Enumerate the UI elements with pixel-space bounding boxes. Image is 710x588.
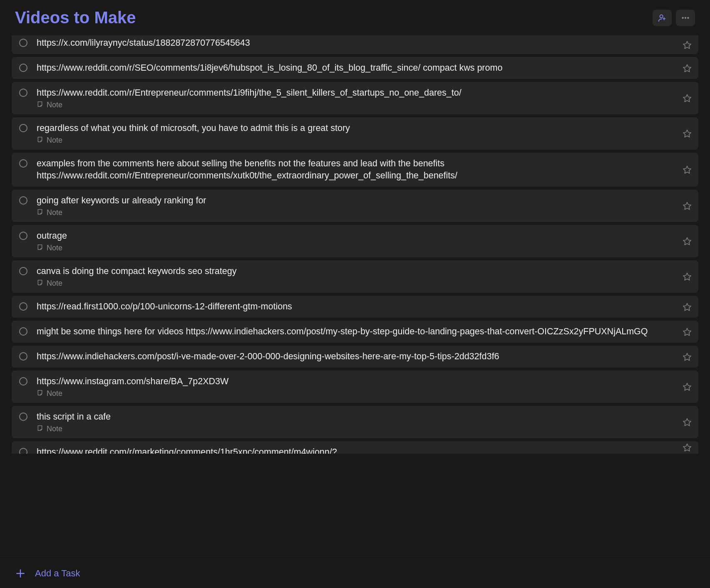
task-text: this script in a cafe (37, 411, 676, 423)
svg-marker-8 (683, 166, 691, 173)
svg-marker-10 (683, 237, 691, 245)
task-content: https://www.reddit.com/r/SEO/comments/1i… (37, 62, 691, 74)
star-button[interactable] (683, 94, 692, 103)
task-row[interactable]: https://www.reddit.com/r/marketing/comme… (12, 441, 698, 454)
task-row[interactable]: outrageNote (12, 225, 698, 257)
task-row[interactable]: might be some things here for videos htt… (12, 321, 698, 343)
task-row[interactable]: this script in a cafeNote (12, 406, 698, 438)
task-checkbox[interactable] (19, 267, 27, 275)
task-checkbox[interactable] (19, 448, 27, 454)
task-row[interactable]: https://www.reddit.com/r/SEO/comments/1i… (12, 57, 698, 79)
note-icon (37, 279, 43, 288)
star-button[interactable] (683, 443, 692, 452)
svg-point-1 (682, 17, 684, 19)
task-row[interactable]: https://x.com/lilyraynyc/status/18828728… (12, 35, 698, 54)
star-icon (683, 302, 692, 311)
add-task-bar[interactable]: Add a Task (0, 558, 710, 588)
task-checkbox[interactable] (19, 196, 27, 205)
task-checkbox[interactable] (19, 352, 27, 361)
star-button[interactable] (683, 64, 692, 73)
task-row[interactable]: https://www.indiehackers.com/post/i-ve-m… (12, 346, 698, 368)
note-label: Note (47, 136, 62, 145)
note-label: Note (47, 208, 62, 217)
more-button[interactable] (676, 10, 695, 26)
svg-marker-15 (683, 383, 691, 390)
task-note-indicator[interactable]: Note (37, 389, 676, 398)
task-content: https://www.reddit.com/r/marketing/comme… (37, 446, 691, 454)
task-content: https://www.reddit.com/r/Entrepreneur/co… (37, 87, 691, 109)
task-checkbox[interactable] (19, 377, 27, 385)
star-button[interactable] (683, 165, 692, 174)
header-actions (653, 10, 695, 26)
task-note-indicator[interactable]: Note (37, 279, 676, 288)
task-checkbox[interactable] (19, 413, 27, 421)
task-row[interactable]: https://www.reddit.com/r/Entrepreneur/co… (12, 82, 698, 114)
task-text: https://www.reddit.com/r/Entrepreneur/co… (37, 87, 676, 99)
svg-marker-17 (683, 444, 691, 451)
svg-marker-12 (683, 303, 691, 310)
star-button[interactable] (683, 40, 692, 49)
star-icon (683, 418, 692, 427)
task-note-indicator[interactable]: Note (37, 208, 676, 217)
star-button[interactable] (683, 272, 692, 281)
star-button[interactable] (683, 302, 692, 311)
note-icon (37, 136, 43, 145)
star-button[interactable] (683, 237, 692, 246)
task-content: canva is doing the compact keywords seo … (37, 265, 691, 288)
note-icon (37, 101, 43, 109)
task-note-indicator[interactable]: Note (37, 101, 676, 109)
note-icon (37, 389, 43, 398)
task-checkbox[interactable] (19, 327, 27, 336)
task-row[interactable]: examples from the comments here about se… (12, 153, 698, 187)
task-text: might be some things here for videos htt… (37, 326, 676, 338)
star-icon (683, 443, 692, 452)
header: Videos to Make (0, 0, 710, 35)
add-task-label: Add a Task (35, 568, 80, 579)
note-label: Note (47, 425, 62, 433)
task-checkbox[interactable] (19, 64, 27, 72)
task-row[interactable]: https://read.first1000.co/p/100-unicorns… (12, 296, 698, 318)
star-icon (683, 352, 692, 361)
task-content: this script in a cafeNote (37, 411, 691, 433)
task-content: https://read.first1000.co/p/100-unicorns… (37, 301, 691, 313)
task-list[interactable]: https://x.com/lilyraynyc/status/18828728… (0, 35, 710, 558)
star-icon (683, 327, 692, 336)
star-icon (683, 237, 692, 246)
task-row[interactable]: going after keywords ur already ranking … (12, 190, 698, 222)
task-checkbox[interactable] (19, 89, 27, 97)
star-icon (683, 382, 692, 391)
task-row[interactable]: https://www.instagram.com/share/BA_7p2XD… (12, 371, 698, 403)
svg-marker-11 (683, 273, 691, 280)
task-note-indicator[interactable]: Note (37, 136, 676, 145)
task-content: examples from the comments here about se… (37, 158, 691, 182)
star-button[interactable] (683, 201, 692, 210)
task-content: https://www.instagram.com/share/BA_7p2XD… (37, 376, 691, 398)
task-note-indicator[interactable]: Note (37, 244, 676, 252)
task-checkbox[interactable] (19, 302, 27, 311)
star-button[interactable] (683, 129, 692, 138)
task-text: canva is doing the compact keywords seo … (37, 265, 676, 277)
note-icon (37, 425, 43, 433)
task-checkbox[interactable] (19, 159, 27, 168)
page-title: Videos to Make (15, 8, 136, 27)
share-button[interactable] (653, 10, 672, 26)
task-text: https://www.instagram.com/share/BA_7p2XD… (37, 376, 676, 388)
task-note-indicator[interactable]: Note (37, 425, 676, 433)
task-checkbox[interactable] (19, 124, 27, 132)
task-content: https://x.com/lilyraynyc/status/18828728… (37, 37, 691, 49)
task-content: outrageNote (37, 230, 691, 252)
task-row[interactable]: canva is doing the compact keywords seo … (12, 260, 698, 293)
svg-marker-6 (683, 94, 691, 101)
star-button[interactable] (683, 327, 692, 336)
star-button[interactable] (683, 418, 692, 427)
task-text: examples from the comments here about se… (37, 158, 676, 182)
star-button[interactable] (683, 352, 692, 361)
task-checkbox[interactable] (19, 39, 27, 47)
star-icon (683, 201, 692, 210)
task-checkbox[interactable] (19, 232, 27, 240)
svg-marker-16 (683, 418, 691, 425)
star-button[interactable] (683, 382, 692, 391)
note-icon (37, 208, 43, 217)
task-row[interactable]: regardless of what you think of microsof… (12, 117, 698, 150)
task-text: https://www.reddit.com/r/SEO/comments/1i… (37, 62, 676, 74)
